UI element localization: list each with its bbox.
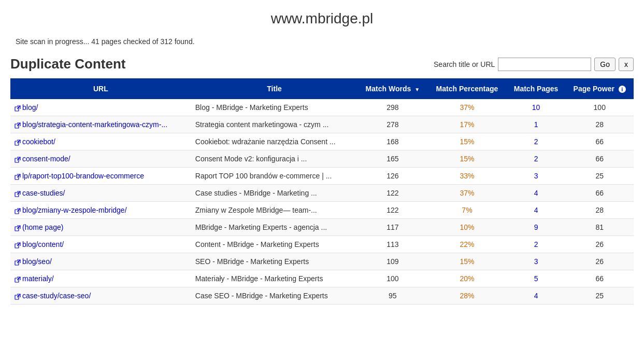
url-cell: blog/ — [10, 99, 191, 116]
svg-rect-18 — [15, 261, 19, 265]
svg-rect-14 — [15, 227, 19, 231]
url-link[interactable]: blog/zmiany-w-zespole-mbridge/ — [15, 206, 127, 214]
clear-button[interactable]: x — [619, 58, 634, 71]
match-pages-link[interactable]: 3 — [534, 257, 538, 266]
col-header-title: Title — [191, 78, 358, 99]
content-header: Duplicate Content Search title or URL Go… — [10, 56, 634, 72]
page-power-info-icon[interactable]: i — [619, 86, 626, 93]
svg-rect-4 — [15, 141, 19, 145]
match-pages-link[interactable]: 3 — [534, 172, 538, 180]
match-pages-link[interactable]: 2 — [534, 155, 538, 163]
url-link[interactable]: blog/seo/ — [15, 257, 52, 266]
svg-rect-2 — [15, 124, 19, 128]
match-words-cell: 278 — [357, 116, 427, 133]
page-power-cell: 81 — [566, 219, 634, 236]
svg-rect-8 — [15, 175, 19, 180]
svg-rect-0 — [15, 107, 19, 111]
col-header-match-words[interactable]: Match Words ▼ — [357, 78, 427, 99]
match-percentage-cell: 28% — [427, 287, 506, 305]
url-cell: blog/seo/ — [10, 253, 191, 270]
page-power-cell: 66 — [566, 270, 634, 287]
svg-rect-22 — [15, 295, 19, 299]
go-button[interactable]: Go — [594, 58, 616, 71]
url-link[interactable]: cookiebot/ — [15, 137, 55, 146]
page-power-cell: 28 — [566, 202, 634, 219]
url-link[interactable]: consent-mode/ — [15, 155, 70, 163]
svg-rect-20 — [15, 278, 19, 282]
match-percentage-cell: 15% — [427, 133, 506, 150]
url-cell: materialy/ — [10, 270, 191, 287]
title-cell: Case studies - MBridge - Marketing ... — [191, 185, 358, 202]
sort-arrow-icon: ▼ — [414, 87, 420, 92]
table-row: blog/zmiany-w-zespole-mbridge/Zmiany w Z… — [10, 202, 634, 219]
title-cell: Materiały - MBridge - Marketing Experts — [191, 270, 358, 287]
url-link[interactable]: blog/content/ — [15, 240, 64, 248]
match-pages-link[interactable]: 2 — [534, 240, 538, 248]
external-link-icon — [15, 225, 21, 231]
external-link-icon — [15, 208, 21, 214]
match-pages-link[interactable]: 1 — [534, 120, 538, 129]
url-cell: case-studies/ — [10, 185, 191, 202]
match-percentage-cell: 15% — [427, 150, 506, 168]
duplicate-content-table: URL Title Match Words ▼ Match Percentage… — [10, 78, 634, 305]
table-row: case-studies/Case studies - MBridge - Ma… — [10, 185, 634, 202]
match-words-cell: 113 — [357, 236, 427, 253]
title-cell: Zmiany w Zespole MBridge— team-... — [191, 202, 358, 219]
url-link[interactable]: case-study/case-seo/ — [15, 292, 91, 300]
match-pages-cell: 2 — [507, 236, 566, 253]
match-words-cell: 126 — [357, 168, 427, 185]
page-power-cell: 66 — [566, 150, 634, 168]
table-row: blog/seo/SEO - MBridge - Marketing Exper… — [10, 253, 634, 270]
match-percentage-cell: 37% — [427, 99, 506, 116]
page-power-cell: 28 — [566, 116, 634, 133]
match-pages-link[interactable]: 10 — [532, 103, 540, 112]
match-pages-link[interactable]: 9 — [534, 223, 538, 231]
url-link[interactable]: lp/raport-top100-brandow-ecommerce — [15, 172, 144, 180]
url-cell: (home page) — [10, 219, 191, 236]
match-pages-cell: 3 — [507, 168, 566, 185]
title-cell: SEO - MBridge - Marketing Experts — [191, 253, 358, 270]
svg-rect-6 — [15, 158, 19, 162]
table-row: blog/strategia-content-marketingowa-czym… — [10, 116, 634, 133]
match-pages-link[interactable]: 5 — [534, 274, 538, 283]
url-cell: lp/raport-top100-brandow-ecommerce — [10, 168, 191, 185]
col-header-page-power: Page Power i — [566, 78, 634, 99]
external-link-icon — [15, 174, 21, 180]
table-row: materialy/Materiały - MBridge - Marketin… — [10, 270, 634, 287]
match-words-cell: 168 — [357, 133, 427, 150]
match-pages-cell: 2 — [507, 133, 566, 150]
match-pages-cell: 5 — [507, 270, 566, 287]
table-row: consent-mode/Consent Mode v2: konfigurac… — [10, 150, 634, 168]
table-row: blog/Blog - MBridge - Marketing Experts2… — [10, 99, 634, 116]
external-link-icon — [15, 242, 21, 248]
match-words-cell: 165 — [357, 150, 427, 168]
col-header-url: URL — [10, 78, 191, 99]
match-pages-link[interactable]: 2 — [534, 137, 538, 146]
search-input[interactable] — [498, 58, 591, 71]
match-percentage-cell: 37% — [427, 185, 506, 202]
page-power-cell: 26 — [566, 236, 634, 253]
match-pages-link[interactable]: 4 — [534, 292, 538, 300]
svg-rect-16 — [15, 244, 19, 248]
url-link[interactable]: blog/ — [15, 103, 38, 112]
scan-status: Site scan in progress... 41 pages checke… — [10, 37, 634, 46]
title-cell: Strategia content marketingowa - czym ..… — [191, 116, 358, 133]
match-pages-link[interactable]: 4 — [534, 206, 538, 214]
external-link-icon — [15, 105, 21, 112]
url-link[interactable]: blog/strategia-content-marketingowa-czym… — [15, 120, 167, 129]
url-link[interactable]: case-studies/ — [15, 189, 65, 197]
match-pages-link[interactable]: 4 — [534, 189, 538, 197]
match-words-cell: 122 — [357, 202, 427, 219]
title-cell: MBridge - Marketing Experts - agencja ..… — [191, 219, 358, 236]
match-words-cell: 109 — [357, 253, 427, 270]
match-pages-cell: 4 — [507, 202, 566, 219]
url-link[interactable]: (home page) — [15, 223, 63, 231]
url-link[interactable]: materialy/ — [15, 274, 54, 283]
external-link-icon — [15, 122, 21, 129]
match-words-cell: 298 — [357, 99, 427, 116]
external-link-icon — [15, 294, 21, 300]
title-cell: Blog - MBridge - Marketing Experts — [191, 99, 358, 116]
match-words-cell: 95 — [357, 287, 427, 305]
col-header-match-percentage: Match Percentage — [427, 78, 506, 99]
table-header-row: URL Title Match Words ▼ Match Percentage… — [10, 78, 634, 99]
